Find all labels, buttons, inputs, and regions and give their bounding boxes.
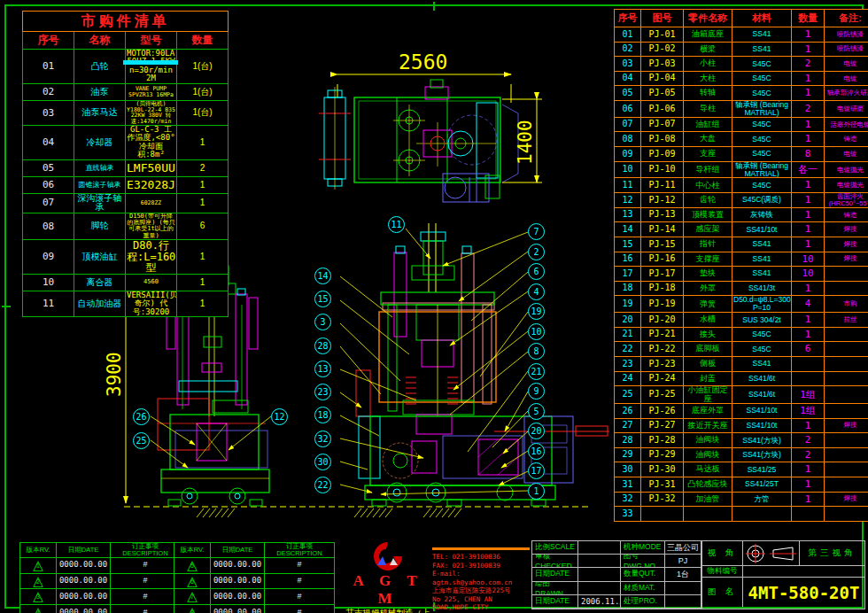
purchased-row: 04 冷却器 GL-C-3 工作温度,<80° 冷却面积:8m² 1 <box>23 126 229 160</box>
field-label: 比例SCALE <box>532 541 578 555</box>
part-name: 油阀块 <box>684 447 732 462</box>
part-name: 水槽 <box>684 313 732 328</box>
parts-row: 30 PJ-30 马达板 SS41/25 1 <box>615 462 868 477</box>
row-no: 30 <box>615 462 641 477</box>
projection-symbols <box>743 541 800 566</box>
title-block-row: 比例SCALE 机种MODE 三晶公司 <box>532 541 701 555</box>
revision-date: 0000.00.00 <box>57 573 111 589</box>
part-material: S45C <box>732 342 792 357</box>
part-name: 油箱底座 <box>684 27 732 43</box>
parts-row: 13 PJ-13 顶模装置 灰铸铁 1 铸造 <box>615 207 868 222</box>
revision-date: 0000.00.00 <box>211 557 265 573</box>
part-name: 导柱 <box>684 100 732 117</box>
revision-row: △7 0000.00.00 # <box>174 589 335 605</box>
part-qty: 1 <box>177 240 229 275</box>
part-name: 接头 <box>684 327 732 342</box>
part-remark: 喷防锈漆 <box>825 27 868 43</box>
revision-date: 0000.00.00 <box>211 605 265 613</box>
part-remark: 市购 <box>825 296 868 313</box>
field-label: 图号DWG.NO. <box>621 555 665 568</box>
part-remark <box>825 447 868 462</box>
part-material: D50.d=ψ8.L=300 P=10 <box>732 296 792 313</box>
part-balloon: 3 <box>314 314 331 330</box>
part-material: SS41/10t <box>732 222 792 237</box>
part-balloon: 15 <box>314 291 331 307</box>
drawing-no: PJ-20 <box>641 313 684 328</box>
row-no: 16 <box>615 252 641 267</box>
part-name: 接近开关座 <box>684 418 732 433</box>
row-no: 07 <box>615 117 641 132</box>
parts-row: 05 PJ-05 转轴 S45C 1 轴承部淬火研磨 <box>615 86 868 101</box>
part-name: 油泵马达 <box>74 100 126 125</box>
revision-triangle-icon: △3 <box>33 590 43 602</box>
part-material: S45C <box>732 86 792 101</box>
row-no: 19 <box>615 296 641 313</box>
field-value: 三晶公司 <box>665 541 701 555</box>
revision-date: 0000.00.00 <box>57 589 111 605</box>
drawing-no: PJ-12 <box>641 193 684 208</box>
company-name-cn: 艾吉提姆机械制造（上海）有限公司 <box>344 608 432 613</box>
part-remark: 电镀抛光 <box>825 161 868 178</box>
part-name: 深沟滚子轴承 <box>74 193 126 213</box>
part-name: 封盖 <box>684 371 732 386</box>
drawing-no: PJ-03 <box>641 57 684 72</box>
row-no: 10 <box>615 161 641 178</box>
agtm-logo <box>368 540 407 572</box>
cad-sheet: { "colors":{"green":"#00e000","cyan":"#0… <box>0 0 868 613</box>
drawing-no: PJ-31 <box>641 477 684 493</box>
drawing-no: PJ-01 <box>641 27 684 43</box>
part-qty: 1 <box>792 327 825 342</box>
part-qty: 1 <box>792 117 825 132</box>
part-qty: 2 <box>792 433 825 448</box>
drawing-no: PJ-22 <box>641 342 684 357</box>
part-qty: 1(台) <box>177 50 229 84</box>
part-material: SS41 <box>732 356 792 371</box>
part-balloon: 18 <box>314 407 331 423</box>
part-name: 底脚板 <box>684 342 732 357</box>
part-remark <box>825 267 868 282</box>
parts-row: 10 PJ-10 导杆组 轴承钢 (Bearing MATRIAL) 各一 电镀… <box>615 161 868 178</box>
row-no: 02 <box>615 42 641 57</box>
part-material: S45C <box>732 117 792 132</box>
row-no: 27 <box>615 418 641 433</box>
part-name: 大柱 <box>684 71 732 86</box>
revision-triangle-icon: △7 <box>187 590 198 602</box>
part-model: (贝得电机) Y180L-22-4 B35 22KW 380V 转速:1470r… <box>126 100 177 125</box>
view-angle-block: 视 角 第三视角 物料编号 图 名 4MT-580-20T <box>701 540 865 609</box>
part-name: 外罩 <box>684 281 732 296</box>
part-model: 4560 <box>126 274 177 291</box>
part-qty: 10 <box>792 252 825 267</box>
revision-desc: # <box>265 589 335 605</box>
row-no: 15 <box>615 237 641 252</box>
field-label: 机种MODE <box>621 541 665 555</box>
contact-block: TEL: 021-39100836 FAX: 021-39100839 E-ma… <box>432 547 530 613</box>
parts-row: 28 PJ-28 油阀块 SS41(方块) 2 <box>615 433 868 448</box>
part-remark: 活塞外径电镀 <box>825 117 868 132</box>
part-remark: 电镀 <box>825 71 868 86</box>
parts-row: 17 PJ-17 垫块 SS41 10 <box>615 267 868 282</box>
part-name: 马达板 <box>684 462 732 477</box>
drawing-no: PJ-25 <box>641 386 684 404</box>
drawing-no: PJ-28 <box>641 433 684 448</box>
row-no: 01 <box>23 50 74 84</box>
row-no: 22 <box>615 342 641 357</box>
parts-row: 20 PJ-20 水槽 SUS 304/2t 1 拉丝 <box>615 313 868 328</box>
drawing-no <box>641 507 684 522</box>
drawing-no: PJ-26 <box>641 404 684 419</box>
part-balloon: 20 <box>528 423 545 439</box>
row-no: 04 <box>23 126 74 160</box>
part-material: S45C <box>732 57 792 72</box>
drawing-no: PJ-10 <box>641 161 684 178</box>
part-balloon: 7 <box>528 223 545 240</box>
part-remark <box>825 371 868 386</box>
part-material: S45C <box>732 71 792 86</box>
balloon-column-right: 72641910821952016171 <box>528 223 545 500</box>
part-balloon: 12 <box>271 408 288 425</box>
row-no: 10 <box>23 274 74 291</box>
revision-desc: # <box>111 605 181 613</box>
company-email: E-mail: agtm.sh@yahoo.com.cn <box>432 570 530 586</box>
revision-desc: # <box>111 589 181 605</box>
part-name: 侧板 <box>684 356 732 371</box>
company-tel: TEL: 021-39100836 <box>432 553 530 562</box>
parts-row: 06 PJ-06 导柱 轴承钢 (Bearing MATRIAL) 2 电镀研磨 <box>615 100 868 117</box>
